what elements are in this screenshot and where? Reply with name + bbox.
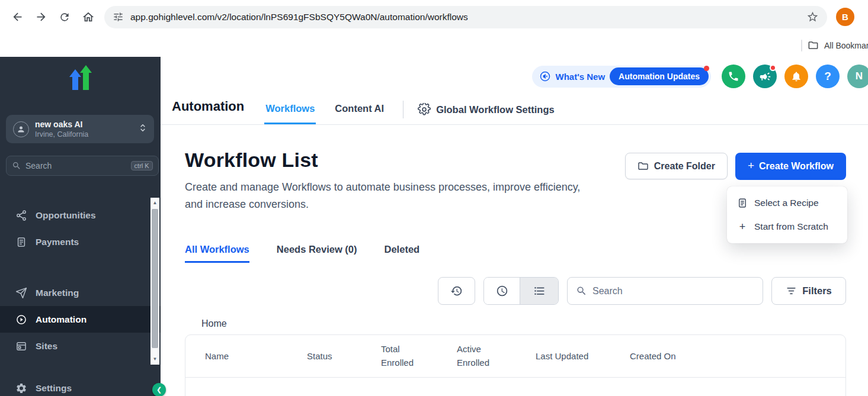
filters-button[interactable]: Filters	[771, 277, 846, 305]
automation-updates-badge[interactable]: Automation Updates	[610, 67, 709, 85]
tab-all-workflows[interactable]: All Workflows	[185, 244, 249, 263]
notification-dot	[704, 66, 709, 71]
all-bookmarks-label[interactable]: All Bookmarks	[824, 41, 868, 50]
site-info-icon[interactable]	[113, 11, 124, 22]
workflow-search-input[interactable]	[592, 286, 754, 297]
column-header-name[interactable]: Name	[205, 351, 307, 361]
sidebar-spacer	[0, 255, 161, 279]
workflow-search-box[interactable]	[567, 277, 763, 305]
sidebar-item-label: Sites	[36, 341, 57, 352]
plus-icon: +	[748, 159, 754, 172]
filters-label: Filters	[802, 285, 832, 297]
forward-icon	[35, 11, 47, 23]
view-toggle-group	[483, 277, 559, 305]
menu-item-select-recipe[interactable]: Select a Recipe	[727, 191, 847, 215]
recipe-icon	[737, 198, 748, 208]
global-workflow-settings-link[interactable]: Global Workflow Settings	[418, 103, 555, 124]
back-button[interactable]	[6, 6, 28, 28]
chevron-updown-icon	[139, 123, 147, 136]
bookmarks-bar: All Bookmarks	[0, 34, 868, 57]
sidebar-item-marketing[interactable]: Marketing	[0, 279, 161, 306]
create-workflow-button[interactable]: + Create Workflow	[735, 153, 846, 180]
column-header-created-on[interactable]: Created On	[630, 351, 845, 361]
help-button[interactable]: ?	[816, 65, 840, 88]
section-subtitle: Create and manage Workflows to automate …	[185, 179, 600, 213]
sidebar-search-input[interactable]	[25, 161, 127, 170]
menu-item-start-from-scratch[interactable]: + Start from Scratch	[727, 215, 847, 239]
bookmarks-divider	[801, 40, 802, 51]
header-divider	[403, 101, 403, 118]
folder-icon	[638, 160, 649, 172]
address-bar[interactable]: app.gohighlevel.com/v2/location/lnPS691g…	[104, 6, 827, 28]
list-view-button[interactable]	[520, 278, 558, 304]
whats-new-megaphone-icon	[539, 70, 551, 82]
sidebar-item-settings[interactable]: Settings	[0, 375, 161, 396]
clock-icon	[496, 285, 508, 297]
account-switcher[interactable]: new oaks AI Irvine, California	[6, 115, 154, 143]
global-workflow-settings-label: Global Workflow Settings	[436, 104, 555, 115]
sidebar-item-payments[interactable]: Payments	[0, 228, 161, 255]
home-icon	[82, 11, 95, 24]
search-icon	[576, 285, 587, 297]
breadcrumb[interactable]: Home	[201, 318, 846, 329]
column-header-total-enrolled[interactable]: Total Enrolled	[381, 343, 457, 369]
tab-deleted[interactable]: Deleted	[385, 244, 420, 263]
recent-view-button[interactable]	[484, 278, 520, 304]
app-logo[interactable]	[0, 64, 161, 91]
bookmark-star-icon[interactable]	[806, 11, 819, 23]
sidebar-scrollbar[interactable]: ▲ ▼	[150, 198, 159, 365]
url-text: app.gohighlevel.com/v2/location/lnPS691g…	[130, 12, 800, 22]
announcements-button[interactable]	[753, 65, 777, 88]
opportunities-icon	[15, 210, 27, 221]
browser-profile-avatar[interactable]: B	[836, 8, 854, 26]
create-folder-label: Create Folder	[654, 161, 715, 172]
tab-content-ai[interactable]: Content AI	[334, 103, 385, 124]
main-area: What's New Automation Updates	[161, 57, 868, 396]
app-frame: new oaks AI Irvine, California ctrl K	[0, 57, 868, 396]
sidebar-item-opportunities[interactable]: Opportunities	[0, 202, 161, 228]
scrollbar-thumb[interactable]	[152, 209, 158, 348]
scroll-up-icon[interactable]: ▲	[150, 199, 159, 207]
page-title: Automation	[172, 99, 244, 124]
screen: app.gohighlevel.com/v2/location/lnPS691g…	[0, 0, 868, 396]
scroll-down-icon[interactable]: ▼	[150, 355, 159, 363]
home-button[interactable]	[77, 6, 100, 28]
notifications-button[interactable]	[784, 65, 808, 88]
whats-new-link[interactable]: What's New	[556, 72, 606, 82]
history-button[interactable]	[438, 277, 475, 305]
sidebar: new oaks AI Irvine, California ctrl K	[0, 57, 161, 396]
tab-workflows[interactable]: Workflows	[264, 103, 316, 124]
search-icon	[12, 161, 21, 170]
sites-icon	[15, 340, 27, 352]
notification-dot	[770, 65, 776, 71]
workflow-tabs: All Workflows Needs Review (0) Deleted	[185, 244, 846, 263]
column-header-status[interactable]: Status	[307, 351, 381, 361]
column-header-active-enrolled[interactable]: Active Enrolled	[457, 343, 536, 369]
sidebar-search-box[interactable]: ctrl K	[6, 156, 159, 176]
search-shortcut-kbd: ctrl K	[131, 161, 153, 170]
user-avatar[interactable]: N	[847, 65, 868, 88]
browser-toolbar: app.gohighlevel.com/v2/location/lnPS691g…	[0, 0, 868, 34]
tab-needs-review[interactable]: Needs Review (0)	[277, 244, 357, 263]
list-icon	[533, 285, 546, 297]
action-buttons: Create Folder + Create Workflow	[625, 153, 846, 180]
column-header-label: Active Enrolled	[457, 343, 495, 369]
filters-icon	[786, 285, 797, 297]
payments-icon	[15, 236, 27, 248]
sidebar-item-automation[interactable]: Automation	[0, 306, 161, 333]
column-header-last-updated[interactable]: Last Updated	[536, 351, 630, 361]
account-avatar-icon	[13, 121, 29, 137]
list-toolbar: Filters	[185, 277, 846, 305]
bookmarks-folder-icon	[808, 40, 819, 51]
refresh-button[interactable]	[53, 6, 76, 28]
phone-button[interactable]	[722, 65, 745, 88]
sidebar-item-sites[interactable]: Sites	[0, 333, 161, 359]
refresh-icon	[59, 11, 71, 23]
topbar-actions: What's New Automation Updates	[532, 65, 868, 88]
sidebar-collapse-button[interactable]: ❮	[152, 383, 166, 396]
sidebar-nav: Opportunities Payments Marketing Automat…	[0, 202, 161, 396]
bell-icon	[790, 70, 802, 82]
create-folder-button[interactable]: Create Folder	[625, 153, 728, 179]
forward-button[interactable]	[30, 6, 52, 28]
create-workflow-label: Create Workflow	[759, 161, 834, 172]
